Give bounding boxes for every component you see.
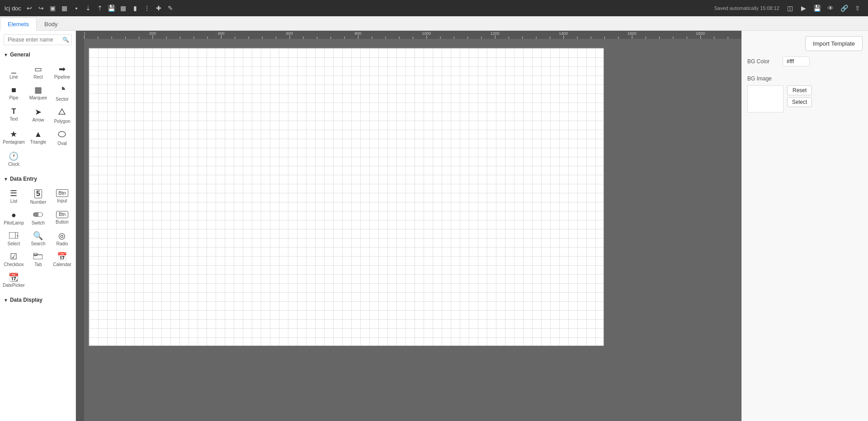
cursor-icon[interactable]: ▶ xyxy=(797,2,809,14)
element-triangle[interactable]: ▲ Triangle xyxy=(27,127,50,149)
link-icon[interactable]: 🔗 xyxy=(838,2,850,14)
svg-point-3 xyxy=(38,212,42,217)
element-pilotlamp[interactable]: ● PilotLamp xyxy=(2,208,26,228)
move-button[interactable]: ✚ xyxy=(153,3,164,14)
h-ruler: /* ruler ticks rendered below */ xyxy=(84,31,741,39)
svg-text:▼: ▼ xyxy=(16,234,19,238)
svg-point-1 xyxy=(58,131,66,137)
copy-button[interactable]: ▦ xyxy=(59,3,70,14)
select-label: Select xyxy=(8,241,20,246)
element-search[interactable]: 🔍 Search xyxy=(27,229,50,249)
rect-label: Rect xyxy=(33,75,43,80)
preview-icon[interactable]: 👁 xyxy=(825,2,836,14)
cut-button[interactable]: ▪ xyxy=(71,3,82,14)
reset-button[interactable]: Reset xyxy=(787,85,812,95)
element-radio[interactable]: ◎ Radio xyxy=(51,229,74,249)
grid-button[interactable]: ▦ xyxy=(118,3,129,14)
search-elem-label: Search xyxy=(31,241,46,246)
pen-button[interactable]: ✎ xyxy=(165,3,176,14)
element-pentagram[interactable]: ★ Pentagram xyxy=(2,127,26,149)
tab-label: Tab xyxy=(34,262,42,267)
element-tab[interactable]: Tab xyxy=(27,250,50,270)
share-icon[interactable]: ⇧ xyxy=(852,2,863,14)
section-general[interactable]: ▼ General xyxy=(0,49,75,61)
element-clock[interactable]: 🕐 Clock xyxy=(2,150,26,169)
bg-color-label: BG Color xyxy=(747,58,779,65)
select-button[interactable]: Select xyxy=(787,97,812,107)
new-doc-button[interactable]: ▣ xyxy=(47,3,58,14)
button-icon: Btn xyxy=(56,211,68,218)
search-input[interactable] xyxy=(4,34,72,45)
canvas[interactable] xyxy=(89,48,604,346)
element-input[interactable]: Btn Input xyxy=(51,187,74,207)
tab-body[interactable]: Body xyxy=(37,18,66,30)
element-number[interactable]: 5 Number xyxy=(27,187,50,207)
tab-elemets[interactable]: Elemets xyxy=(0,18,37,31)
app-title: lcj doc xyxy=(5,5,21,12)
arrow-label: Arrow xyxy=(32,117,44,122)
radio-icon: ◎ xyxy=(58,232,66,240)
element-calendar[interactable]: 📅 Calendar xyxy=(51,250,74,270)
ruler-corner xyxy=(76,31,84,39)
section-data-entry-arrow: ▼ xyxy=(4,177,8,182)
align-center-button[interactable]: ⋮ xyxy=(142,3,152,14)
line-label: Line xyxy=(9,75,18,80)
element-text[interactable]: T Text xyxy=(2,105,26,126)
radio-label: Radio xyxy=(56,241,68,246)
export-button[interactable]: ⇡ xyxy=(94,3,105,14)
section-general-arrow: ▼ xyxy=(4,52,8,57)
align-left-button[interactable]: ▮ xyxy=(130,3,141,14)
section-data-display[interactable]: ▼ Data Display xyxy=(0,294,75,306)
pipe-icon: ■ xyxy=(11,86,16,94)
polygon-label: Polygon xyxy=(54,119,70,124)
element-pipe[interactable]: ■ Pipe xyxy=(2,83,26,104)
marquee-label: Marquee xyxy=(29,95,47,100)
element-switch[interactable]: Switch xyxy=(27,208,50,228)
canvas-scroll[interactable] xyxy=(84,39,741,421)
element-arrow[interactable]: ➤ Arrow xyxy=(27,105,50,126)
bg-image-label-row: BG Image xyxy=(747,75,863,82)
svg-rect-8 xyxy=(34,253,37,256)
image-buttons: Reset Select xyxy=(787,85,812,107)
calendar-icon: 📅 xyxy=(57,253,67,261)
screen-icon[interactable]: ◫ xyxy=(784,2,796,14)
sector-label: Sector xyxy=(56,97,69,102)
redo-button[interactable]: ↪ xyxy=(36,3,47,14)
section-general-label: General xyxy=(10,51,30,58)
marquee-icon: ▦ xyxy=(34,86,42,94)
element-list[interactable]: ☰ List xyxy=(2,187,26,207)
import-template-button[interactable]: Import Template xyxy=(805,36,863,51)
undo-button[interactable]: ↩ xyxy=(24,3,35,14)
canvas-grid xyxy=(89,48,604,346)
element-checkbox[interactable]: ☑ Checkbox xyxy=(2,250,26,270)
element-pipeline[interactable]: ➡ Pipeline xyxy=(51,62,74,82)
element-line[interactable]: ⎯ Line xyxy=(2,62,26,82)
section-data-entry[interactable]: ▼ Data Entry xyxy=(0,173,75,185)
sector-icon xyxy=(58,86,66,95)
element-oval[interactable]: Oval xyxy=(51,127,74,149)
save-button[interactable]: 💾 xyxy=(106,3,117,14)
calendar-label: Calendar xyxy=(53,262,71,267)
bg-image-section: BG Image Reset Select xyxy=(747,75,863,112)
tab-icon xyxy=(33,253,42,261)
canvas-wrapper: /* ruler ticks rendered below */ xyxy=(76,31,741,421)
button-label: Button xyxy=(56,220,69,225)
bg-color-value[interactable]: #fff xyxy=(783,56,810,66)
autosave-status: Saved automatically 15:08:12 xyxy=(714,5,779,11)
import-button[interactable]: ⇣ xyxy=(83,3,94,14)
element-button[interactable]: Btn Button xyxy=(51,208,74,228)
checkbox-icon: ☑ xyxy=(10,253,17,261)
element-polygon[interactable]: Polygon xyxy=(51,105,74,126)
main-area: 🔍 ▼ General ⎯ Line ▭ Rect ➡ Pipeline xyxy=(0,31,868,421)
search-elem-icon: 🔍 xyxy=(33,232,43,240)
element-marquee[interactable]: ▦ Marquee xyxy=(27,83,50,104)
right-sidebar: Import Template BG Color #fff BG Image R… xyxy=(741,31,868,421)
element-rect[interactable]: ▭ Rect xyxy=(27,62,50,82)
element-datepicker[interactable]: 📆 DatePicker xyxy=(2,271,26,290)
element-sector[interactable]: Sector xyxy=(51,83,74,104)
triangle-label: Triangle xyxy=(30,140,47,145)
pipe-label: Pipe xyxy=(9,95,18,100)
save-cloud-icon[interactable]: 💾 xyxy=(811,2,823,14)
element-select[interactable]: ▼ Select xyxy=(2,229,26,249)
input-label: Input xyxy=(57,198,67,203)
